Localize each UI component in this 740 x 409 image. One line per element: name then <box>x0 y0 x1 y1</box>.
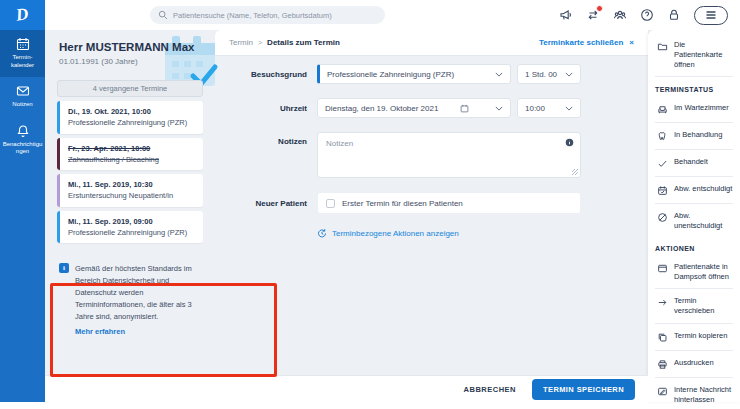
besuchsgrund-select[interactable]: Professionelle Zahnreinigung (PZR) <box>317 64 511 84</box>
first-appointment-checkbox-label: Erster Termin für diesen Patienten <box>342 199 463 208</box>
search-input[interactable] <box>173 11 377 20</box>
cancel-button[interactable]: ABBRECHEN <box>464 385 516 394</box>
app-root: D Termin-kalender Notizen Benachrichtigu… <box>0 0 740 409</box>
folder-icon <box>657 41 668 52</box>
left-sidebar: D Termin-kalender Notizen Benachrichtigu… <box>0 0 45 402</box>
resize-handle[interactable] <box>572 169 578 175</box>
arrow-right-icon <box>657 297 668 308</box>
copy-icon <box>657 332 668 343</box>
past-appointments-header: 4 vergangene Termine <box>57 80 203 97</box>
close-icon: × <box>629 39 634 47</box>
appointment-form: Besuchsgrund Professionelle Zahnreinigun… <box>215 56 648 238</box>
megaphone-icon[interactable] <box>559 8 573 22</box>
besuchsgrund-value: Professionelle Zahnreinigung (PZR) <box>327 70 454 79</box>
lock-icon[interactable] <box>667 8 681 22</box>
calendar-icon <box>460 104 469 113</box>
duration-value: 1 Std. 00 <box>525 70 557 79</box>
divider <box>655 149 733 150</box>
close-card-label: Terminkarte schließen <box>539 38 623 47</box>
action-termin-kopieren[interactable]: Termin kopieren <box>648 325 740 349</box>
patient-search[interactable] <box>150 6 385 24</box>
past-appointments-list: 4 vergangene Termine Di., 19. Okt. 2021,… <box>57 80 203 243</box>
divider <box>655 203 733 204</box>
status-abw-entschuldigt[interactable]: Abw. entschuldigt <box>648 178 740 202</box>
breadcrumb-parent[interactable]: Termin <box>229 38 253 47</box>
sidebar-item-benachrichtigungen[interactable]: Benachrichtigungen <box>0 117 45 164</box>
sidebar-item-label: Notizen <box>12 101 32 109</box>
date-value: Dienstag, den 19. Oktober 2021 <box>325 104 438 113</box>
printer-icon <box>657 359 668 370</box>
appointment-detail-panel: Termin > Details zum Termin Terminkarte … <box>215 30 648 402</box>
patients-group-icon[interactable] <box>613 8 627 22</box>
right-action-panel: Die Patientenkarte öffnen TERMINSTATUS I… <box>648 30 740 402</box>
detail-header: Termin > Details zum Termin Terminkarte … <box>215 30 648 56</box>
first-appointment-checkbox[interactable] <box>326 199 335 208</box>
privacy-note: i Gemäß der höchsten Standards im Bereic… <box>59 263 203 338</box>
appointment-card[interactable]: Fr., 23. Apr. 2021, 10:00 Zahnaufhellung… <box>57 138 203 171</box>
action-interne-nachricht[interactable]: Interne Nachricht hinterlassen <box>648 379 740 402</box>
history-icon <box>317 228 327 238</box>
bell-icon <box>16 124 30 138</box>
chevron-down-icon <box>495 106 503 111</box>
check-icon <box>657 158 668 169</box>
notizen-textarea[interactable] <box>318 133 580 177</box>
chevron-down-icon <box>565 106 573 111</box>
time-value: 10:00 <box>525 104 545 113</box>
sidebar-item-terminkalender[interactable]: Termin-kalender <box>0 30 45 77</box>
appointment-card[interactable]: Mi., 11. Sep. 2019, 09:00 Professionelle… <box>57 211 203 244</box>
patient-record-icon <box>657 263 668 274</box>
appointment-treatment: Zahnaufhellung / Bleaching <box>68 154 195 165</box>
dampsoft-logo-icon[interactable]: D <box>0 0 45 30</box>
menu-icon[interactable] <box>694 6 728 25</box>
action-ausdrucken[interactable]: Ausdrucken <box>648 352 740 376</box>
learn-more-link[interactable]: Mehr erfahren <box>75 326 203 338</box>
appointment-actions-link[interactable]: Terminbezogene Aktionen anzeigen <box>317 228 648 238</box>
status-in-behandlung[interactable]: In Behandlung <box>648 124 740 148</box>
date-picker[interactable]: Dienstag, den 19. Oktober 2021 <box>317 98 511 118</box>
duration-select[interactable]: 1 Std. 00 <box>517 64 581 84</box>
appointment-card[interactable]: Di., 19. Okt. 2021, 10:00 Professionelle… <box>57 101 203 134</box>
patient-column: Herr MUSTERMANN Max 01.01.1991 (30 Jahre… <box>45 30 215 402</box>
sidebar-item-notizen[interactable]: Notizen <box>0 77 45 117</box>
first-appointment-row: Erster Termin für diesen Patienten <box>317 192 581 214</box>
search-icon <box>158 10 168 20</box>
clock-slash-icon <box>657 212 668 223</box>
close-appointment-card-button[interactable]: Terminkarte schließen × <box>539 38 634 47</box>
notizen-field-wrap <box>317 132 581 178</box>
aktionen-title: AKTIONEN <box>648 237 740 256</box>
notification-badge <box>596 5 603 12</box>
chevron-down-icon <box>565 72 573 77</box>
status-behandelt[interactable]: Behandelt <box>648 151 740 175</box>
sidebar-item-label: Benachrichtigungen <box>2 141 43 156</box>
divider <box>655 176 733 177</box>
divider <box>655 377 733 378</box>
main-area: Herr MUSTERMANN Max 01.01.1991 (30 Jahre… <box>45 30 740 402</box>
tooth-icon <box>657 131 668 142</box>
note-icon <box>657 386 668 397</box>
sidebar-item-label: Termin-kalender <box>2 54 43 69</box>
notizen-label: Notizen <box>215 137 307 146</box>
logo-letter: D <box>15 4 30 26</box>
appointment-date: Di., 19. Okt. 2021, 10:00 <box>68 106 195 117</box>
save-appointment-button[interactable]: TERMIN SPEICHERN <box>532 379 635 400</box>
action-patientenakte[interactable]: Patientenakte in Dampsoft öffnen <box>648 256 740 288</box>
top-bar <box>45 0 740 30</box>
action-termin-verschieben[interactable]: Termin verschieben <box>648 290 740 322</box>
breadcrumb-separator: > <box>258 39 262 46</box>
topbar-icons <box>559 6 740 25</box>
info-icon: i <box>59 263 69 273</box>
calendar-excused-icon <box>657 185 668 196</box>
neuer-patient-label: Neuer Patient <box>215 199 307 208</box>
divider <box>655 122 733 123</box>
help-icon[interactable] <box>640 8 654 22</box>
transfer-arrows-icon[interactable] <box>586 8 600 22</box>
open-patient-card-button[interactable]: Die Patientenkarte öffnen <box>648 30 740 75</box>
appointment-card[interactable]: Mi., 11. Sep. 2019, 10:30 Erstuntersuchu… <box>57 174 203 207</box>
divider <box>655 323 733 324</box>
chevron-down-icon <box>495 72 503 77</box>
time-select[interactable]: 10:00 <box>517 98 581 118</box>
status-abw-unentschuldigt[interactable]: Abw. unentschuldigt <box>648 205 740 237</box>
uhrzeit-label: Uhrzeit <box>215 104 307 113</box>
status-im-wartezimmer[interactable]: Im Wartezimmer <box>648 97 740 121</box>
appointment-treatment: Professionelle Zahnreinigung (PZR) <box>68 117 195 128</box>
